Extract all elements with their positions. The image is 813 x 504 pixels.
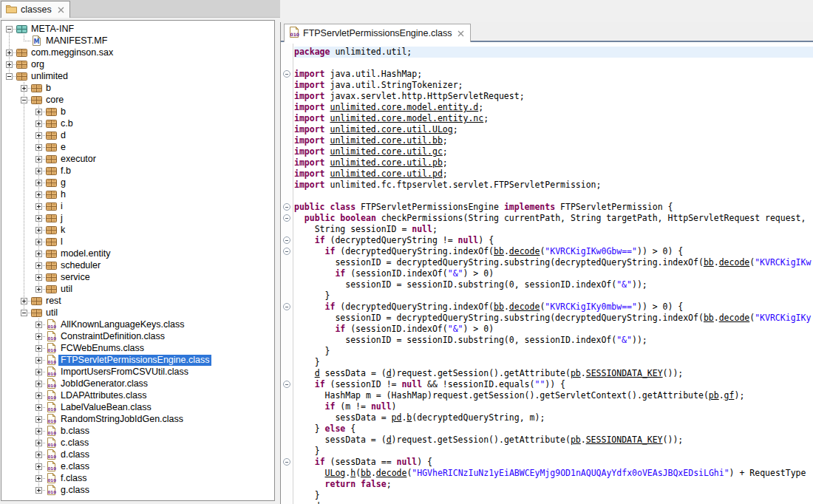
expand-toggle[interactable] — [35, 262, 42, 269]
tree-item-label[interactable]: rest — [44, 296, 64, 307]
expand-toggle[interactable] — [35, 416, 42, 423]
fold-collapse-icon[interactable] — [283, 203, 290, 211]
tree-item-label[interactable]: FTPServletPermissionsEngine.class — [58, 355, 211, 366]
code-line[interactable]: import unlimited.core.util.ULog; — [294, 124, 813, 135]
expand-toggle[interactable] — [35, 463, 42, 470]
tree-item[interactable]: 010FCWebEnums.class — [1, 342, 274, 354]
package-tree-panel[interactable]: META-INFMMANIFEST.MFcom.megginson.saxorg… — [1, 20, 275, 501]
collapse-toggle[interactable] — [6, 26, 13, 33]
tree-item-label[interactable]: org — [29, 59, 47, 70]
code-line[interactable]: ULog.h(bb.decode("HGVheRICNzIuNz1yEiABWC… — [294, 468, 813, 479]
tree-item-label[interactable]: AllKnownLanguageKeys.class — [58, 319, 186, 330]
tree-item[interactable]: c.b — [1, 118, 274, 129]
code-line[interactable]: import java.util.HashMap; — [294, 69, 813, 80]
code-line[interactable]: d — [294, 501, 813, 504]
tree-item-label[interactable]: k — [58, 225, 67, 236]
expand-toggle[interactable] — [35, 369, 42, 375]
expand-toggle[interactable] — [21, 85, 27, 92]
fold-collapse-icon[interactable] — [283, 303, 290, 310]
close-icon[interactable] — [457, 30, 464, 37]
code-line[interactable]: sessionID = decryptedQueryString.substri… — [294, 257, 813, 268]
tree-item-label[interactable]: ConstraintDefinition.class — [58, 331, 167, 342]
tab-class-file[interactable]: 010 FTPServletPermissionsEngine.class — [284, 24, 471, 42]
expand-toggle[interactable] — [35, 381, 42, 387]
tree-item-label[interactable]: e — [58, 142, 68, 153]
tree-item[interactable]: k — [1, 224, 274, 236]
fold-collapse-icon[interactable] — [283, 236, 290, 244]
tree-item-label[interactable]: FCWebEnums.class — [58, 343, 146, 354]
expand-toggle[interactable] — [35, 203, 42, 210]
tree-item-label[interactable]: unlimited — [29, 71, 70, 82]
expand-toggle[interactable] — [35, 239, 42, 245]
expand-toggle[interactable] — [35, 286, 42, 293]
code-line[interactable]: import javax.servlet.http.HttpServletReq… — [294, 91, 813, 102]
fold-collapse-icon[interactable] — [283, 381, 290, 388]
tree-item-label[interactable]: g — [58, 177, 68, 188]
expand-toggle[interactable] — [35, 475, 42, 482]
tree-item[interactable]: 010d.class — [1, 449, 274, 460]
code-line[interactable]: sessionID = decryptedQueryString.substri… — [294, 313, 813, 324]
close-icon[interactable] — [58, 7, 64, 13]
tree-item[interactable]: 010f.class — [1, 472, 274, 484]
expand-toggle[interactable] — [35, 487, 42, 494]
fold-collapse-icon[interactable] — [283, 70, 290, 78]
expand-toggle[interactable] — [35, 392, 42, 399]
expand-toggle[interactable] — [35, 227, 42, 234]
tree-item[interactable]: service — [1, 271, 274, 283]
tree-item[interactable]: 010e.class — [1, 460, 274, 472]
tree-item-label[interactable]: core — [44, 95, 66, 106]
code-line[interactable]: String sessionID = null; — [294, 224, 813, 235]
tree-item[interactable]: model.entity — [1, 248, 274, 259]
expand-toggle[interactable] — [35, 251, 42, 257]
code-line[interactable]: if (decryptedQueryString.indexOf(bb.deco… — [294, 246, 813, 257]
code-line[interactable]: import unlimited.core.util.gc; — [294, 146, 813, 157]
expand-toggle[interactable] — [35, 109, 42, 115]
expand-toggle[interactable] — [21, 298, 27, 304]
code-line[interactable]: import unlimited.core.util.pd; — [294, 168, 813, 180]
tree-item[interactable]: b — [1, 106, 274, 118]
expand-toggle[interactable] — [35, 180, 42, 186]
fold-collapse-icon[interactable] — [283, 214, 290, 222]
tree-item[interactable]: d — [1, 129, 274, 141]
code-line[interactable]: if (sessionID != null && !sessionID.equa… — [294, 379, 813, 390]
tree-item-label[interactable]: f.b — [58, 166, 73, 177]
code-line[interactable]: import java.util.StringTokenizer; — [294, 80, 813, 91]
tree-item-label[interactable]: util — [58, 284, 75, 295]
tree-item[interactable]: 010AllKnownLanguageKeys.class — [1, 319, 274, 330]
fold-collapse-icon[interactable] — [283, 458, 290, 466]
tree-item-label[interactable]: RandomStringJobIdGen.class — [58, 414, 186, 425]
tree-item[interactable]: g — [1, 177, 274, 188]
code-line[interactable]: if (decryptedQueryString.indexOf(bb.deco… — [294, 302, 813, 313]
tree-item[interactable]: f.b — [1, 165, 274, 177]
tree-item-label[interactable]: model.entity — [58, 248, 112, 259]
code-line[interactable]: if (sessData == null) { — [294, 457, 813, 468]
tree-item[interactable]: l — [1, 236, 274, 248]
expand-toggle[interactable] — [35, 333, 42, 340]
code-line[interactable]: import unlimited.core.model.entity.nc; — [294, 113, 813, 124]
tree-item-label[interactable]: f.class — [58, 473, 89, 484]
code-line[interactable]: import unlimited.core.model.entity.d; — [294, 102, 813, 113]
code-line[interactable]: } — [294, 290, 813, 302]
tree-item[interactable]: 010g.class — [1, 484, 274, 496]
tree-item[interactable]: MMANIFEST.MF — [1, 35, 274, 47]
code-line[interactable]: if (sessionID.indexOf("&") > 0) — [294, 324, 813, 335]
tree-item[interactable]: 010LDAPAttributes.class — [1, 389, 274, 401]
tree-item-label[interactable]: LabelValueBean.class — [58, 402, 154, 413]
tree-item-label[interactable]: MANIFEST.MF — [44, 35, 109, 47]
expand-toggle[interactable] — [35, 120, 42, 127]
code-line[interactable]: if (sessionID.indexOf("&") > 0) — [294, 268, 813, 279]
code-line[interactable]: import unlimited.fc.ftpservlet.servlet.F… — [294, 180, 813, 191]
expand-toggle[interactable] — [35, 215, 42, 222]
expand-toggle[interactable] — [35, 440, 42, 446]
code-line[interactable]: import unlimited.core.util.pb; — [294, 157, 813, 168]
tree-item[interactable]: util — [1, 283, 274, 295]
tree-item-label[interactable]: d.class — [58, 449, 92, 460]
tree-item-label[interactable]: j — [58, 213, 65, 224]
tree-item[interactable]: 010LabelValueBean.class — [1, 401, 274, 413]
code-line[interactable]: } — [294, 446, 813, 457]
tree-item[interactable]: util — [1, 307, 274, 319]
tree-item[interactable]: 010ImportUsersFromCSVUtil.class — [1, 366, 274, 378]
tree-item-label[interactable]: b — [44, 83, 53, 94]
expand-toggle[interactable] — [35, 132, 42, 139]
code-line[interactable]: return false; — [294, 479, 813, 490]
